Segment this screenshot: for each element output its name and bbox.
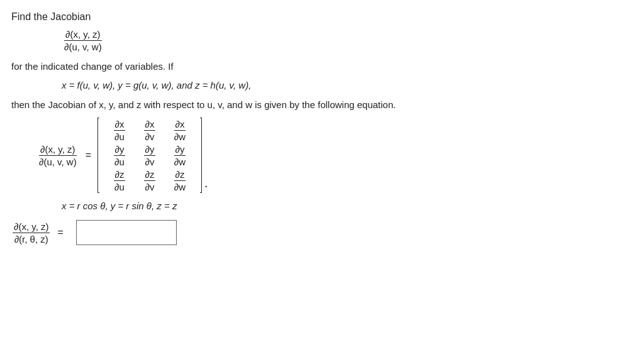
matrix-lhs-denominator: ∂(u, v, w) (38, 156, 78, 167)
main-fraction-denominator: ∂(u, v, w) (63, 41, 103, 52)
matrix-left-bar (97, 118, 99, 193)
matrix-grid: ∂x ∂u ∂x ∂v ∂x ∂w ∂y ∂u ∂y ∂v ∂y ∂w (104, 118, 195, 193)
answer-equals-sign: = (57, 227, 63, 238)
substitution-line: x = r cos θ, y = r sin θ, z = z (62, 200, 633, 211)
answer-section: ∂(x, y, z) ∂(r, θ, z) = (11, 220, 633, 245)
cell-dx-dw: ∂x ∂w (173, 119, 187, 142)
equations-line: x = f(u, v, w), y = g(u, v, w), and z = … (62, 80, 633, 90)
cell-dz-dw: ∂z ∂w (173, 169, 187, 192)
answer-lhs-denominator: ∂(r, θ, z) (13, 233, 50, 244)
page-title: Find the Jacobian (11, 11, 633, 23)
matrix-lhs-fraction: ∂(x, y, z) ∂(u, v, w) (38, 144, 78, 167)
matrix-equation: ∂(x, y, z) ∂(u, v, w) = ∂x ∂u ∂x ∂v ∂x ∂… (36, 118, 633, 193)
answer-lhs-numerator: ∂(x, y, z) (13, 221, 50, 233)
paragraph1: for the indicated change of variables. I… (11, 58, 633, 75)
determinant-matrix: ∂x ∂u ∂x ∂v ∂x ∂w ∂y ∂u ∂y ∂v ∂y ∂w (97, 118, 208, 193)
cell-dy-dv: ∂y ∂v (144, 144, 156, 167)
cell-dx-dv: ∂x ∂v (144, 119, 156, 142)
matrix-lhs-numerator: ∂(x, y, z) (39, 144, 76, 156)
matrix-right-bar (200, 118, 202, 193)
answer-input-box[interactable] (76, 220, 177, 245)
period: . (204, 176, 208, 193)
cell-dx-du: ∂x ∂u (113, 119, 126, 142)
cell-dy-dw: ∂y ∂w (173, 144, 187, 167)
cell-dy-du: ∂y ∂u (113, 144, 126, 167)
paragraph2: then the Jacobian of x, y, and z with re… (11, 97, 633, 113)
cell-dz-du: ∂z ∂u (113, 169, 126, 192)
equals-sign: = (86, 150, 91, 161)
answer-lhs-fraction: ∂(x, y, z) ∂(r, θ, z) (13, 221, 50, 244)
main-fraction: ∂(x, y, z) ∂(u, v, w) (63, 29, 103, 52)
main-fraction-numerator: ∂(x, y, z) (64, 29, 101, 41)
cell-dz-dv: ∂z ∂v (144, 169, 156, 192)
